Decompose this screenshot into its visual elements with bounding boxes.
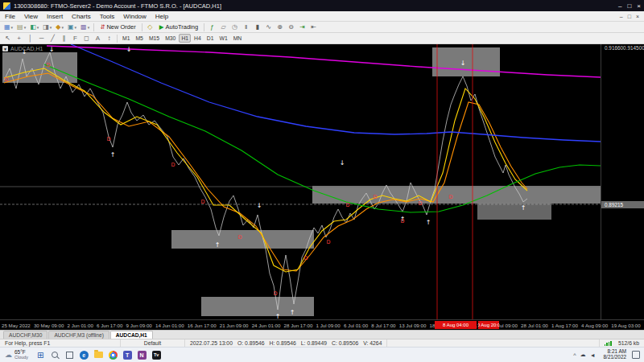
price-chart[interactable]: ↓↓↓↓↓↓↑↑↑↑↑↑↑DDDDDDDDDDDDDD <box>0 44 601 319</box>
toolbar-icon-button[interactable]: ⊖ <box>286 23 296 32</box>
timeframe-button[interactable]: H1 <box>179 34 191 43</box>
down-arrow-marker: ↓ <box>460 60 466 67</box>
chart-symbol-label: ▼ AUDCAD,H1 <box>2 46 43 51</box>
price-axis[interactable]: 0.916600.914500.912400.910300.908200.906… <box>601 44 644 319</box>
volume-icon[interactable]: ◄ <box>590 352 596 358</box>
drawing-tool-button[interactable]: F <box>70 34 80 43</box>
chart-tab[interactable]: AUDCHF,M30 <box>3 331 47 339</box>
toolbar-icon-button[interactable]: ◷ <box>229 23 240 32</box>
taskbar-app-chrome[interactable] <box>105 348 120 362</box>
menu-item[interactable]: Charts <box>72 13 91 20</box>
timeframe-button[interactable]: M1 <box>120 34 132 43</box>
drawing-tool-button[interactable]: │ <box>25 34 35 43</box>
toolbar-icon-button[interactable]: ▣▾ <box>66 23 78 32</box>
toolbar-icon-button[interactable]: ◨▾ <box>41 23 53 32</box>
time-tick-label: 13 Jul 09:00 <box>399 323 427 328</box>
drawing-tool-button[interactable]: ↖ <box>2 34 13 43</box>
demand-marker: D <box>448 194 452 200</box>
ma-fast-orange <box>4 73 527 271</box>
time-tick-label: 6 Jun 17:00 <box>97 323 122 328</box>
close-button[interactable]: × <box>637 2 641 10</box>
timeframe-button[interactable]: M30 <box>163 34 178 43</box>
toolbar-icon-button[interactable]: ◆▾ <box>54 23 65 32</box>
taskbar-clock[interactable]: 8:21 AM 8/21/2022 <box>600 349 630 360</box>
drawing-tool-button[interactable]: + <box>14 34 24 43</box>
chart-tab[interactable]: AUDCHF,M3 (offline) <box>48 331 109 339</box>
drawing-tool-button[interactable]: A <box>93 34 103 43</box>
toolbar-icon-button[interactable]: ⇥ <box>297 23 308 32</box>
demand-marker: D <box>345 202 349 208</box>
toolbar-icon-button[interactable]: ∿ <box>263 23 274 32</box>
weather-widget[interactable]: ☁ 65°F Cloudy <box>0 348 33 362</box>
windows-taskbar: ☁ 65°F Cloudy ⊞ e T N Tv ^ ☁ ◄ 8:21 AM 8… <box>0 347 644 362</box>
timeframe-button[interactable]: MN <box>231 34 245 43</box>
status-bar: For Help, press F1 Default 2022.07.25 13… <box>0 339 644 347</box>
drawing-tool-button[interactable]: ∥ <box>59 34 69 43</box>
toolbar-icon-button[interactable]: ‖ <box>241 23 251 32</box>
zone-rect <box>171 230 314 249</box>
drawing-tool-button[interactable]: ╱ <box>47 34 58 43</box>
search-button[interactable] <box>47 348 62 362</box>
maximize-button[interactable]: □ <box>627 2 631 10</box>
new-order-button[interactable]: ⇵ New Order <box>97 23 139 32</box>
time-tick-label: 6 Jul 01:00 <box>344 323 368 328</box>
minimize-button[interactable]: – <box>618 2 621 10</box>
child-minimize-button[interactable]: – <box>620 14 623 19</box>
tray-expand-icon[interactable]: ^ <box>573 352 576 358</box>
metaeditor-button[interactable]: ◇ <box>145 23 155 32</box>
timeframe-button[interactable]: H4 <box>192 34 204 43</box>
one-click-trading-icon[interactable]: ▼ <box>2 46 8 51</box>
taskbar-app-tradingview[interactable]: Tv <box>149 348 163 362</box>
menu-item[interactable]: Insert <box>47 13 63 20</box>
chrome-icon <box>109 351 118 360</box>
tradingview-icon: Tv <box>152 351 161 360</box>
toolbar-icon-button[interactable]: ▦▾ <box>2 23 14 32</box>
connection-status: 512/6 kb <box>599 339 644 347</box>
timeframe-button[interactable]: D1 <box>204 34 217 43</box>
drawing-tool-button[interactable]: ↕ <box>104 34 114 43</box>
child-close-button[interactable]: × <box>636 14 639 19</box>
menu-item[interactable]: View <box>24 13 38 20</box>
menu-item[interactable]: Tools <box>100 13 115 20</box>
chart-plot[interactable]: ↓↓↓↓↓↓↑↑↑↑↑↑↑DDDDDDDDDDDDDD ▼ AUDCAD,H1 <box>0 44 601 319</box>
toolbar-icon-button[interactable]: ⇤ <box>308 23 319 32</box>
toolbar-icon-button[interactable]: ƒ <box>207 23 217 32</box>
menu-item[interactable]: Window <box>123 13 146 20</box>
time-tick-label: 30 May 09:00 <box>34 323 64 328</box>
demand-marker: D <box>303 255 308 261</box>
up-arrow-marker: ↑ <box>426 219 431 226</box>
taskbar-app-onenote[interactable]: N <box>134 348 149 362</box>
toolbar-icon-button[interactable]: ⊕ <box>275 23 285 32</box>
taskbar-app-edge[interactable]: e <box>76 348 91 362</box>
taskbar-app-teams[interactable]: T <box>120 348 134 362</box>
bar-info: 2022.07.25 13:00 O: 0.89546 H: 0.89546 L… <box>185 339 387 347</box>
timeframe-button[interactable]: M5 <box>133 34 145 43</box>
toolbar-icon-button[interactable]: ▤▾ <box>15 23 27 32</box>
time-tick-label: 14 Jun 01:00 <box>155 323 184 328</box>
price-tick-label: 0.91450 <box>623 45 642 51</box>
task-view-button[interactable] <box>62 348 76 362</box>
toolbar-icon-button[interactable]: ▩▾ <box>79 23 91 32</box>
toolbar-icon-button[interactable]: ▱ <box>218 23 229 32</box>
start-button[interactable]: ⊞ <box>33 348 47 362</box>
toolbar-icon-button[interactable]: ▮ <box>252 23 262 32</box>
time-tick-label: 28 Jul 01:00 <box>521 323 548 328</box>
notification-center-icon[interactable] <box>632 351 640 359</box>
timeframe-button[interactable]: W1 <box>217 34 229 43</box>
onedrive-icon[interactable]: ☁ <box>580 352 586 358</box>
menu-item[interactable]: File <box>5 13 15 20</box>
toolbar-icon-button[interactable]: ◧▾ <box>28 23 40 32</box>
taskbar-app-file-explorer[interactable] <box>91 348 105 362</box>
time-axis[interactable]: 25 May 202230 May 09:002 Jun 01:006 Jun … <box>0 319 644 330</box>
chart-tabs-bar: AUDCHF,M30AUDCHF,M3 (offline)AUDCAD,H1 <box>0 330 644 339</box>
down-arrow-marker: ↓ <box>49 46 55 53</box>
standard-toolbar: ▦▾▤▾◧▾◨▾◆▾▣▾▩▾ ⇵ New Order ◇ ▶ AutoTradi… <box>0 22 644 33</box>
drawing-tool-button[interactable]: ◻ <box>81 34 92 43</box>
drawing-tool-button[interactable]: ─ <box>36 34 47 43</box>
timeframe-button[interactable]: M15 <box>147 34 162 43</box>
menu-item[interactable]: Help <box>155 13 168 20</box>
child-restore-button[interactable]: □ <box>628 14 631 19</box>
chart-tab[interactable]: AUDCAD,H1 <box>110 331 153 339</box>
profile-selector[interactable]: Default <box>121 339 185 347</box>
autotrading-button[interactable]: ▶ AutoTrading <box>156 23 201 32</box>
